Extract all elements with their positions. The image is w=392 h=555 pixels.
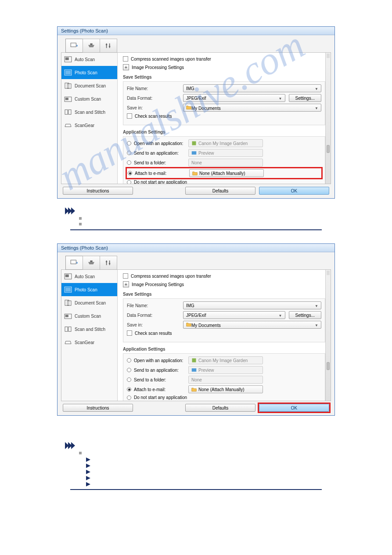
sidebar-item-scan-stitch[interactable]: Scan and Stitch: [61, 323, 117, 336]
checkscan-checkbox[interactable]: [127, 113, 132, 119]
auto-scan-icon: [64, 273, 72, 279]
sidebar-label: ScanGear: [75, 340, 94, 345]
scrollbar[interactable]: [325, 53, 331, 184]
savein-dropdown[interactable]: My Documents: [183, 104, 321, 112]
dataformat-settings-button[interactable]: Settings...: [289, 311, 321, 319]
checkscan-checkbox[interactable]: [127, 330, 132, 336]
defaults-button[interactable]: Defaults: [185, 404, 255, 412]
scanner-icon: [87, 260, 95, 266]
dataformat-dropdown[interactable]: JPEG/Exif: [183, 311, 285, 319]
compress-checkbox[interactable]: [123, 273, 128, 279]
radio-attach-email[interactable]: [127, 387, 131, 392]
tab-general-settings[interactable]: [100, 39, 117, 53]
send-folder-dropdown[interactable]: None: [188, 376, 263, 384]
sidebar-label: Custom Scan: [75, 97, 101, 102]
app-icon: [191, 358, 197, 363]
filename-dropdown[interactable]: IMG: [183, 301, 321, 309]
app-settings-title: Application Settings: [123, 130, 325, 134]
radio-send-folder[interactable]: [127, 377, 131, 382]
main-panel: Compress scanned images upon transfer + …: [118, 53, 331, 184]
ok-button[interactable]: OK: [259, 404, 329, 412]
send-folder-dropdown[interactable]: None: [188, 159, 263, 167]
note-block-1: [79, 217, 322, 228]
sidebar-item-scangear[interactable]: ScanGear: [61, 119, 117, 132]
open-app-dropdown[interactable]: Canon My Image Garden: [188, 356, 263, 364]
ok-button[interactable]: OK: [259, 187, 329, 195]
folder-icon: [192, 170, 198, 176]
instructions-button[interactable]: Instructions: [63, 187, 133, 195]
tab-scan-from-computer[interactable]: [65, 39, 83, 53]
radio-open-app[interactable]: [127, 141, 131, 145]
document-scan-icon: [64, 83, 72, 89]
radio-open-app[interactable]: [127, 358, 131, 363]
defaults-button[interactable]: Defaults: [185, 187, 255, 195]
expand-ips-button[interactable]: +: [123, 281, 129, 287]
scangear-icon: [64, 122, 72, 128]
tab-scan-from-panel[interactable]: [83, 39, 100, 53]
save-settings-title: Save Settings: [123, 75, 325, 80]
svg-rect-21: [90, 261, 92, 262]
dataformat-settings-button[interactable]: Settings...: [289, 94, 321, 102]
svg-rect-0: [71, 43, 76, 47]
arrow-bullet-icon: [86, 482, 90, 486]
open-app-label: Open with an application:: [134, 358, 186, 363]
svg-rect-12: [67, 84, 71, 89]
settings-dialog-2: Settings (Photo Scan) Auto Scan Phot: [57, 243, 335, 416]
send-app-dropdown[interactable]: Preview: [188, 366, 263, 374]
compress-label: Compress scanned images upon transfer: [131, 274, 211, 279]
send-app-label: Send to an application:: [134, 368, 186, 373]
svg-rect-18: [192, 151, 197, 155]
radio-send-folder[interactable]: [127, 160, 131, 165]
scan-stitch-icon: [64, 326, 72, 332]
tab-scan-from-panel[interactable]: [83, 256, 100, 270]
sidebar-item-auto-scan[interactable]: Auto Scan: [61, 270, 117, 283]
instructions-button[interactable]: Instructions: [63, 404, 133, 412]
attach-email-dropdown[interactable]: None (Attach Manually): [189, 169, 264, 177]
chevron-divider: [57, 442, 335, 449]
tab-scan-from-computer[interactable]: [65, 256, 83, 270]
attach-email-dropdown[interactable]: None (Attach Manually): [188, 385, 263, 393]
sidebar-item-document-scan[interactable]: Document Scan: [61, 296, 117, 309]
savein-label: Save in:: [127, 105, 183, 110]
main-panel: Compress scanned images upon transfer + …: [118, 270, 331, 401]
arrow-bullet-icon: [86, 476, 90, 480]
radio-no-start[interactable]: [127, 395, 131, 400]
savein-dropdown[interactable]: My Documents: [183, 321, 321, 329]
radio-send-app[interactable]: [127, 151, 131, 155]
radio-attach-email[interactable]: [128, 171, 132, 175]
checkscan-label: Check scan results: [135, 114, 172, 119]
radio-no-start[interactable]: [127, 180, 131, 184]
sidebar-item-photo-scan[interactable]: Photo Scan: [61, 283, 117, 296]
sidebar-item-auto-scan[interactable]: Auto Scan: [61, 53, 117, 66]
svg-rect-33: [65, 315, 68, 317]
sidebar-item-custom-scan[interactable]: Custom Scan: [61, 309, 117, 323]
radio-send-app[interactable]: [127, 368, 131, 372]
tab-general-settings[interactable]: [100, 256, 117, 270]
app-icon: [191, 141, 197, 146]
compress-checkbox[interactable]: [123, 56, 128, 62]
sidebar-item-photo-scan[interactable]: Photo Scan: [61, 66, 117, 79]
chevron-divider: [57, 207, 335, 214]
expand-ips-button[interactable]: +: [123, 64, 129, 70]
send-app-dropdown[interactable]: Preview: [188, 149, 263, 157]
sidebar-item-scangear[interactable]: ScanGear: [61, 336, 117, 349]
sidebar-item-custom-scan[interactable]: Custom Scan: [61, 92, 117, 105]
dataformat-dropdown[interactable]: JPEG/Exif: [183, 94, 285, 102]
sidebar-item-scan-stitch[interactable]: Scan and Stitch: [61, 105, 117, 119]
ips-label: Image Processing Settings: [132, 282, 184, 287]
no-start-label: Do not start any application: [134, 395, 187, 400]
sliders-icon: [104, 260, 112, 266]
app-settings-title: Application Settings: [123, 347, 325, 352]
open-app-dropdown[interactable]: Canon My Image Garden: [188, 139, 263, 147]
auto-scan-icon: [64, 56, 72, 62]
sidebar-label: Scan and Stitch: [75, 327, 105, 332]
svg-rect-8: [65, 58, 69, 60]
send-folder-label: Send to a folder:: [134, 377, 186, 382]
svg-rect-37: [192, 368, 197, 372]
custom-scan-icon: [64, 96, 72, 102]
filename-label: File Name:: [127, 303, 183, 308]
svg-rect-2: [90, 44, 92, 45]
sidebar-item-document-scan[interactable]: Document Scan: [61, 79, 117, 92]
scrollbar[interactable]: [325, 270, 331, 401]
filename-dropdown[interactable]: IMG: [183, 84, 321, 92]
